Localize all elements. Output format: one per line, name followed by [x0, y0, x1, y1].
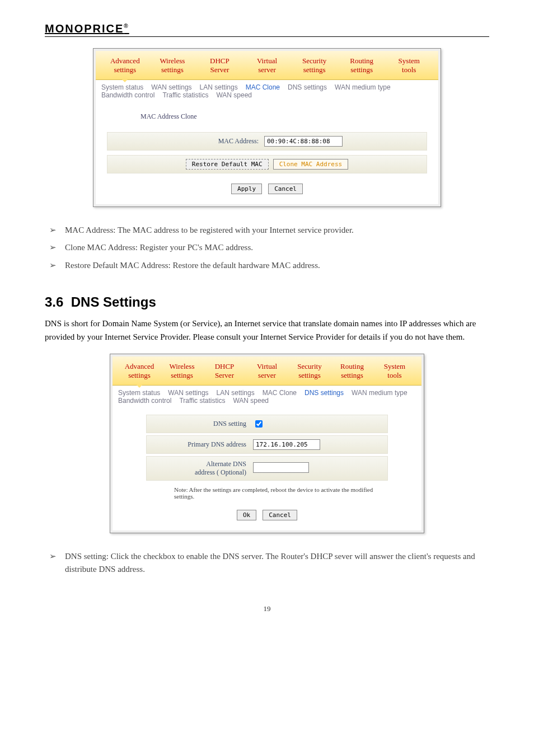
- apply-button[interactable]: Apply: [231, 184, 262, 194]
- mac-clone-bullets: MAC Address: The MAC address to be regis…: [45, 224, 489, 272]
- brand-sup: ®: [124, 23, 129, 29]
- mac-address-input[interactable]: [264, 136, 343, 147]
- section-num: 3.6: [45, 294, 63, 309]
- bullet-dns-setting: DNS setting: Click the checkbox to enabl…: [45, 550, 489, 576]
- subtab-lan-settings[interactable]: LAN settings: [200, 83, 238, 91]
- subtab-system-status-2[interactable]: System status: [118, 389, 160, 397]
- sub-tabs: System status WAN settings LAN settings …: [96, 80, 438, 101]
- cancel-button[interactable]: Cancel: [268, 184, 303, 194]
- subtab-bandwidth-control-2[interactable]: Bandwidth control: [118, 397, 171, 405]
- bullet-clone-mac: Clone MAC Address: Register your PC's MA…: [45, 241, 489, 254]
- subtab-traffic-statistics-2[interactable]: Traffic statistics: [179, 397, 225, 405]
- cancel-button-2[interactable]: Cancel: [263, 510, 297, 520]
- dns-bullets: DNS setting: Click the checkbox to enabl…: [45, 550, 489, 576]
- tab-wireless-settings-2[interactable]: Wireless settings: [161, 360, 203, 385]
- dns-note: Note: After the settings are completed, …: [174, 486, 388, 500]
- mac-address-label: MAC Address:: [163, 137, 264, 145]
- mac-buttons-row: Restore Default MAC Clone MAC Address: [107, 155, 427, 173]
- mac-address-row: MAC Address:: [107, 132, 427, 151]
- subtab-dns-settings-2[interactable]: DNS settings: [305, 389, 344, 397]
- subtab-mac-clone[interactable]: MAC Clone: [246, 83, 280, 91]
- dns-setting-row: DNS setting: [146, 415, 388, 433]
- subtab-wan-medium-type[interactable]: WAN medium type: [335, 83, 391, 91]
- subtab-dns-settings[interactable]: DNS settings: [288, 83, 327, 91]
- page-number: 19: [45, 604, 489, 613]
- subtab-wan-speed-2[interactable]: WAN speed: [233, 397, 269, 405]
- tab-dhcp-server[interactable]: DHCP Server: [196, 54, 243, 79]
- dns-setting-label: DNS setting: [151, 420, 253, 428]
- bullet-mac-address: MAC Address: The MAC address to be regis…: [45, 224, 489, 237]
- tab-system-tools[interactable]: System tools: [385, 54, 433, 79]
- subtab-wan-settings[interactable]: WAN settings: [151, 83, 191, 91]
- section-title: MAC Address Clone: [140, 112, 427, 121]
- subtab-lan-settings-2[interactable]: LAN settings: [217, 389, 255, 397]
- alternate-dns-row: Alternate DNS address ( Optional): [146, 456, 388, 481]
- section-title-text: DNS Settings: [71, 294, 156, 309]
- clone-mac-address-button[interactable]: Clone MAC Address: [273, 159, 349, 170]
- tab-routing-settings[interactable]: Routing settings: [338, 54, 386, 79]
- screenshot-mac-clone: Advanced settings Wireless settings DHCP…: [93, 48, 441, 207]
- tab-security-settings-2[interactable]: Security settings: [288, 360, 331, 385]
- subtab-traffic-statistics[interactable]: Traffic statistics: [162, 91, 208, 99]
- dns-setting-checkbox[interactable]: [255, 420, 263, 428]
- subtab-mac-clone-2[interactable]: MAC Clone: [263, 389, 297, 397]
- section-heading-dns: 3.6 DNS Settings: [45, 294, 489, 310]
- main-tabs-2: Advanced settings Wireless settings DHCP…: [113, 356, 421, 386]
- ok-button[interactable]: Ok: [237, 510, 256, 520]
- restore-default-mac-button[interactable]: Restore Default MAC: [186, 159, 269, 170]
- primary-dns-input[interactable]: [253, 439, 320, 450]
- section-para-dns: DNS is short for Domain Name System (or …: [45, 317, 489, 344]
- tab-virtual-server-2[interactable]: Virtual server: [246, 360, 288, 385]
- tab-routing-settings-2[interactable]: Routing settings: [331, 360, 373, 385]
- bullet-restore-mac: Restore Default MAC Address: Restore the…: [45, 259, 489, 272]
- subtab-wan-speed[interactable]: WAN speed: [216, 91, 252, 99]
- primary-dns-label: Primary DNS address: [151, 440, 253, 449]
- tab-dhcp-server-2[interactable]: DHCP Server: [203, 360, 246, 385]
- dialog-buttons: Apply Cancel: [107, 184, 427, 194]
- brand-text: MONOPRICE: [45, 22, 124, 35]
- primary-dns-row: Primary DNS address: [146, 435, 388, 454]
- tab-advanced-settings-2[interactable]: Advanced settings: [118, 360, 161, 385]
- subtab-wan-medium-type-2[interactable]: WAN medium type: [352, 389, 407, 397]
- main-tabs: Advanced settings Wireless settings DHCP…: [96, 51, 438, 80]
- subtab-system-status[interactable]: System status: [101, 83, 143, 91]
- brand-header: MONOPRICE®: [45, 22, 489, 37]
- dialog-buttons-2: Ok Cancel: [124, 510, 410, 520]
- subtab-bandwidth-control[interactable]: Bandwidth control: [101, 91, 154, 99]
- subtab-wan-settings-2[interactable]: WAN settings: [168, 389, 208, 397]
- tab-security-settings[interactable]: Security settings: [291, 54, 338, 79]
- sub-tabs-2: System status WAN settings LAN settings …: [113, 386, 421, 407]
- alternate-dns-input[interactable]: [253, 462, 309, 473]
- tab-system-tools-2[interactable]: System tools: [373, 360, 416, 385]
- alternate-dns-label: Alternate DNS address ( Optional): [151, 460, 253, 477]
- tab-virtual-server[interactable]: Virtual server: [243, 54, 291, 79]
- tab-wireless-settings[interactable]: Wireless settings: [149, 54, 196, 79]
- screenshot-dns-settings: Advanced settings Wireless settings DHCP…: [110, 354, 424, 533]
- tab-advanced-settings[interactable]: Advanced settings: [101, 54, 149, 79]
